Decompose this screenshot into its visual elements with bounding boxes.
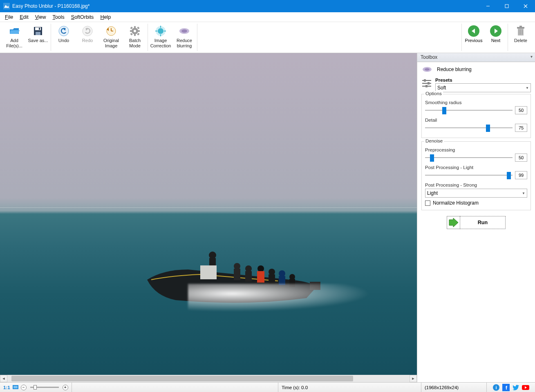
delete-button[interactable]: Delete [509,24,533,51]
preprocessing-value[interactable]: 50 [515,154,527,162]
svg-rect-69 [425,85,428,87]
zoom-in-button[interactable]: + [63,385,68,390]
minimize-button[interactable] [479,0,497,12]
preprocessing-slider[interactable] [425,157,513,158]
window-title: Easy Photo Unblur - P1160168.jpg* [12,3,90,9]
batch-mode-button[interactable]: Batch Mode [123,24,147,51]
svg-rect-50 [234,269,240,280]
menu-file[interactable]: File [2,13,16,21]
svg-point-55 [269,269,275,275]
svg-point-57 [279,270,285,277]
svg-rect-28 [130,33,132,35]
time-label: Time (s): 0.0 [282,385,308,390]
svg-rect-26 [130,27,132,29]
post-light-label: Post Processing - Light [425,165,527,170]
zoom-slider[interactable] [30,387,59,388]
smoothing-radius-value[interactable]: 50 [515,106,527,114]
detail-slider[interactable] [425,127,513,128]
options-group: Options Smoothing radius 50 Detail 75 [421,94,531,138]
original-image-button[interactable]: Original Image [99,24,123,51]
svg-rect-25 [138,30,140,32]
previous-button[interactable]: Previous [463,24,485,51]
svg-marker-70 [449,218,458,227]
toolbar-label: Image Correction [150,38,172,48]
svg-rect-56 [269,274,275,284]
status-bar: 1:1 − + Time (s): 0.0 (1968x1269x24) i f [0,382,535,392]
menu-help[interactable]: Help [97,13,114,21]
facebook-icon[interactable]: f [502,384,510,391]
svg-rect-65 [424,79,426,82]
svg-rect-54 [257,271,264,283]
run-button[interactable]: Run [460,216,506,229]
svg-point-37 [181,29,187,33]
undo-button[interactable]: Undo [52,24,76,51]
svg-text:i: i [495,385,497,390]
menu-view[interactable]: View [32,13,49,21]
presets-dropdown[interactable]: Soft ▼ [435,83,531,92]
denoise-legend: Denoise [424,138,444,143]
toolbar-label: Undo [58,38,69,43]
run-label: Run [478,220,488,225]
image-canvas[interactable] [0,53,417,375]
svg-point-63 [425,68,430,71]
normalize-histogram-checkbox[interactable]: Normalize Histogram [425,200,527,206]
toolbar: Add File(s)... Save as... Undo Redo Orig… [0,22,535,53]
toolbox-header: Toolbox ▾ [417,53,535,62]
post-strong-dropdown[interactable]: Light ▼ [425,189,527,198]
youtube-icon[interactable] [522,384,529,391]
svg-rect-11 [39,28,40,30]
sliders-icon [421,78,432,89]
pin-icon[interactable]: ▾ [531,54,533,59]
next-button[interactable]: Next [485,24,507,51]
toolbox-title: Toolbox [421,54,437,60]
zoom-out-button[interactable]: − [21,385,27,390]
svg-point-46 [209,252,216,259]
gear-icon [129,25,141,37]
options-legend: Options [424,91,443,96]
dimensions-label: (1968x1269x24) [425,385,459,390]
toolbar-label: Add File(s)... [3,38,25,48]
toolbox-panel: Toolbox ▾ Reduce blurring Presets Soft ▼ [417,53,535,382]
svg-rect-48 [200,265,217,279]
toolbar-label: Reduce blurring [173,38,195,48]
smoothing-radius-slider[interactable] [425,110,513,111]
detail-value[interactable]: 75 [515,124,527,132]
fit-screen-icon[interactable] [12,385,19,390]
svg-point-14 [83,26,92,36]
folder-open-icon [9,25,20,37]
scroll-left[interactable]: ◄ [0,375,7,382]
redo-icon [82,25,93,37]
chevron-down-icon: ▼ [522,192,525,195]
arrow-left-icon [468,25,479,37]
zoom-ratio[interactable]: 1:1 [3,385,10,390]
menu-tools[interactable]: Tools [49,13,68,21]
svg-rect-23 [134,34,136,36]
svg-rect-22 [134,26,136,28]
presets-value: Soft [437,85,446,91]
svg-point-51 [245,265,252,272]
toolbar-label: Save as... [28,38,48,43]
redo-button[interactable]: Redo [76,24,99,51]
svg-point-31 [158,28,163,34]
add-files-button[interactable]: Add File(s)... [2,24,26,51]
section-title: Reduce blurring [437,67,472,72]
blur-icon [421,65,433,74]
horizontal-scrollbar[interactable]: ◄ ► [0,375,417,382]
sparkle-icon [155,25,166,37]
maximize-button[interactable] [497,0,516,12]
svg-point-49 [234,263,240,270]
scroll-right[interactable]: ► [410,375,417,382]
info-icon[interactable]: i [492,384,500,391]
detail-label: Detail [425,118,527,122]
post-light-value[interactable]: 99 [515,171,527,179]
image-correction-button[interactable]: Image Correction [149,24,172,51]
normalize-label: Normalize Histogram [433,200,479,206]
close-button[interactable] [516,0,535,12]
save-as-button[interactable]: Save as... [26,24,50,51]
svg-rect-52 [245,271,252,282]
menu-softorbits[interactable]: SoftOrbits [68,13,97,21]
menu-edit[interactable]: Edit [16,13,32,21]
post-light-slider[interactable] [425,175,513,176]
twitter-icon[interactable] [512,384,519,391]
reduce-blurring-button[interactable]: Reduce blurring [172,24,196,51]
